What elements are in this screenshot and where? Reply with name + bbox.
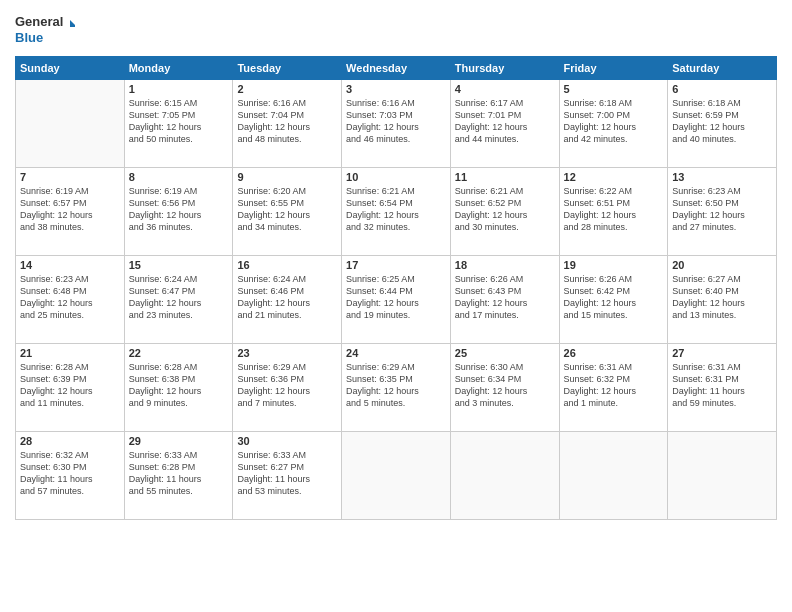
day-info: Sunrise: 6:27 AMSunset: 6:40 PMDaylight:… bbox=[672, 273, 772, 322]
day-number: 7 bbox=[20, 171, 120, 183]
weekday-header-tuesday: Tuesday bbox=[233, 57, 342, 80]
calendar-cell: 23Sunrise: 6:29 AMSunset: 6:36 PMDayligh… bbox=[233, 344, 342, 432]
calendar-cell: 20Sunrise: 6:27 AMSunset: 6:40 PMDayligh… bbox=[668, 256, 777, 344]
calendar-cell: 16Sunrise: 6:24 AMSunset: 6:46 PMDayligh… bbox=[233, 256, 342, 344]
page-header: General Blue bbox=[15, 10, 777, 50]
calendar-cell: 22Sunrise: 6:28 AMSunset: 6:38 PMDayligh… bbox=[124, 344, 233, 432]
day-info: Sunrise: 6:26 AMSunset: 6:42 PMDaylight:… bbox=[564, 273, 664, 322]
day-info: Sunrise: 6:28 AMSunset: 6:38 PMDaylight:… bbox=[129, 361, 229, 410]
day-number: 5 bbox=[564, 83, 664, 95]
day-number: 10 bbox=[346, 171, 446, 183]
day-info: Sunrise: 6:31 AMSunset: 6:31 PMDaylight:… bbox=[672, 361, 772, 410]
day-number: 24 bbox=[346, 347, 446, 359]
day-number: 20 bbox=[672, 259, 772, 271]
day-info: Sunrise: 6:24 AMSunset: 6:46 PMDaylight:… bbox=[237, 273, 337, 322]
day-info: Sunrise: 6:29 AMSunset: 6:36 PMDaylight:… bbox=[237, 361, 337, 410]
day-number: 18 bbox=[455, 259, 555, 271]
day-info: Sunrise: 6:31 AMSunset: 6:32 PMDaylight:… bbox=[564, 361, 664, 410]
calendar-cell: 26Sunrise: 6:31 AMSunset: 6:32 PMDayligh… bbox=[559, 344, 668, 432]
day-info: Sunrise: 6:29 AMSunset: 6:35 PMDaylight:… bbox=[346, 361, 446, 410]
calendar-cell: 30Sunrise: 6:33 AMSunset: 6:27 PMDayligh… bbox=[233, 432, 342, 520]
day-number: 9 bbox=[237, 171, 337, 183]
day-info: Sunrise: 6:32 AMSunset: 6:30 PMDaylight:… bbox=[20, 449, 120, 498]
weekday-header-saturday: Saturday bbox=[668, 57, 777, 80]
day-number: 27 bbox=[672, 347, 772, 359]
weekday-header-thursday: Thursday bbox=[450, 57, 559, 80]
day-number: 2 bbox=[237, 83, 337, 95]
calendar-cell: 9Sunrise: 6:20 AMSunset: 6:55 PMDaylight… bbox=[233, 168, 342, 256]
calendar-cell: 8Sunrise: 6:19 AMSunset: 6:56 PMDaylight… bbox=[124, 168, 233, 256]
day-info: Sunrise: 6:28 AMSunset: 6:39 PMDaylight:… bbox=[20, 361, 120, 410]
calendar-cell: 3Sunrise: 6:16 AMSunset: 7:03 PMDaylight… bbox=[342, 80, 451, 168]
day-info: Sunrise: 6:23 AMSunset: 6:50 PMDaylight:… bbox=[672, 185, 772, 234]
day-number: 19 bbox=[564, 259, 664, 271]
day-number: 8 bbox=[129, 171, 229, 183]
day-number: 22 bbox=[129, 347, 229, 359]
calendar-cell: 7Sunrise: 6:19 AMSunset: 6:57 PMDaylight… bbox=[16, 168, 125, 256]
day-info: Sunrise: 6:21 AMSunset: 6:52 PMDaylight:… bbox=[455, 185, 555, 234]
day-info: Sunrise: 6:20 AMSunset: 6:55 PMDaylight:… bbox=[237, 185, 337, 234]
calendar-cell bbox=[668, 432, 777, 520]
calendar-cell: 28Sunrise: 6:32 AMSunset: 6:30 PMDayligh… bbox=[16, 432, 125, 520]
day-number: 17 bbox=[346, 259, 446, 271]
weekday-header-friday: Friday bbox=[559, 57, 668, 80]
day-info: Sunrise: 6:33 AMSunset: 6:28 PMDaylight:… bbox=[129, 449, 229, 498]
calendar-cell: 10Sunrise: 6:21 AMSunset: 6:54 PMDayligh… bbox=[342, 168, 451, 256]
day-info: Sunrise: 6:19 AMSunset: 6:57 PMDaylight:… bbox=[20, 185, 120, 234]
calendar-cell bbox=[559, 432, 668, 520]
day-number: 11 bbox=[455, 171, 555, 183]
day-info: Sunrise: 6:22 AMSunset: 6:51 PMDaylight:… bbox=[564, 185, 664, 234]
day-info: Sunrise: 6:18 AMSunset: 6:59 PMDaylight:… bbox=[672, 97, 772, 146]
day-number: 12 bbox=[564, 171, 664, 183]
calendar-table: SundayMondayTuesdayWednesdayThursdayFrid… bbox=[15, 56, 777, 520]
svg-text:Blue: Blue bbox=[15, 30, 43, 45]
day-info: Sunrise: 6:17 AMSunset: 7:01 PMDaylight:… bbox=[455, 97, 555, 146]
calendar-cell: 6Sunrise: 6:18 AMSunset: 6:59 PMDaylight… bbox=[668, 80, 777, 168]
day-info: Sunrise: 6:19 AMSunset: 6:56 PMDaylight:… bbox=[129, 185, 229, 234]
day-info: Sunrise: 6:24 AMSunset: 6:47 PMDaylight:… bbox=[129, 273, 229, 322]
calendar-cell: 13Sunrise: 6:23 AMSunset: 6:50 PMDayligh… bbox=[668, 168, 777, 256]
day-number: 3 bbox=[346, 83, 446, 95]
calendar-cell: 5Sunrise: 6:18 AMSunset: 7:00 PMDaylight… bbox=[559, 80, 668, 168]
calendar-cell: 21Sunrise: 6:28 AMSunset: 6:39 PMDayligh… bbox=[16, 344, 125, 432]
calendar-cell: 19Sunrise: 6:26 AMSunset: 6:42 PMDayligh… bbox=[559, 256, 668, 344]
day-number: 23 bbox=[237, 347, 337, 359]
calendar-cell: 4Sunrise: 6:17 AMSunset: 7:01 PMDaylight… bbox=[450, 80, 559, 168]
day-number: 13 bbox=[672, 171, 772, 183]
day-info: Sunrise: 6:18 AMSunset: 7:00 PMDaylight:… bbox=[564, 97, 664, 146]
day-number: 16 bbox=[237, 259, 337, 271]
day-number: 6 bbox=[672, 83, 772, 95]
day-number: 21 bbox=[20, 347, 120, 359]
calendar-cell: 27Sunrise: 6:31 AMSunset: 6:31 PMDayligh… bbox=[668, 344, 777, 432]
calendar-cell: 14Sunrise: 6:23 AMSunset: 6:48 PMDayligh… bbox=[16, 256, 125, 344]
day-number: 26 bbox=[564, 347, 664, 359]
calendar-cell bbox=[450, 432, 559, 520]
day-info: Sunrise: 6:15 AMSunset: 7:05 PMDaylight:… bbox=[129, 97, 229, 146]
day-info: Sunrise: 6:16 AMSunset: 7:03 PMDaylight:… bbox=[346, 97, 446, 146]
day-number: 14 bbox=[20, 259, 120, 271]
day-info: Sunrise: 6:33 AMSunset: 6:27 PMDaylight:… bbox=[237, 449, 337, 498]
logo-svg: General Blue bbox=[15, 10, 75, 50]
day-number: 15 bbox=[129, 259, 229, 271]
day-number: 4 bbox=[455, 83, 555, 95]
calendar-cell: 25Sunrise: 6:30 AMSunset: 6:34 PMDayligh… bbox=[450, 344, 559, 432]
day-info: Sunrise: 6:23 AMSunset: 6:48 PMDaylight:… bbox=[20, 273, 120, 322]
calendar-cell bbox=[342, 432, 451, 520]
calendar-cell: 1Sunrise: 6:15 AMSunset: 7:05 PMDaylight… bbox=[124, 80, 233, 168]
day-number: 29 bbox=[129, 435, 229, 447]
calendar-cell: 24Sunrise: 6:29 AMSunset: 6:35 PMDayligh… bbox=[342, 344, 451, 432]
calendar-cell bbox=[16, 80, 125, 168]
day-number: 30 bbox=[237, 435, 337, 447]
calendar-cell: 11Sunrise: 6:21 AMSunset: 6:52 PMDayligh… bbox=[450, 168, 559, 256]
day-number: 1 bbox=[129, 83, 229, 95]
calendar-cell: 17Sunrise: 6:25 AMSunset: 6:44 PMDayligh… bbox=[342, 256, 451, 344]
day-info: Sunrise: 6:30 AMSunset: 6:34 PMDaylight:… bbox=[455, 361, 555, 410]
weekday-header-wednesday: Wednesday bbox=[342, 57, 451, 80]
calendar-cell: 15Sunrise: 6:24 AMSunset: 6:47 PMDayligh… bbox=[124, 256, 233, 344]
day-info: Sunrise: 6:16 AMSunset: 7:04 PMDaylight:… bbox=[237, 97, 337, 146]
weekday-header-sunday: Sunday bbox=[16, 57, 125, 80]
logo: General Blue bbox=[15, 10, 75, 50]
svg-marker-2 bbox=[70, 20, 75, 27]
calendar-cell: 2Sunrise: 6:16 AMSunset: 7:04 PMDaylight… bbox=[233, 80, 342, 168]
day-number: 28 bbox=[20, 435, 120, 447]
